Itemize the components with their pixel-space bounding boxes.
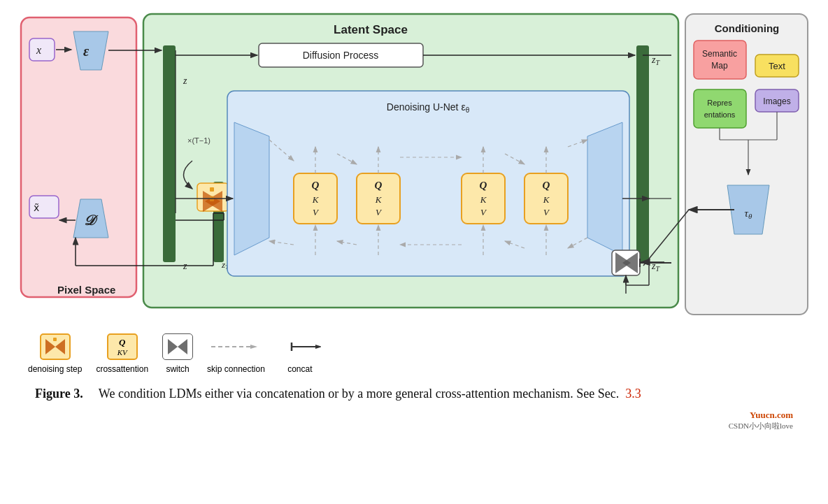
svg-text:x̃: x̃ bbox=[34, 203, 39, 213]
svg-marker-35 bbox=[587, 122, 622, 255]
svg-text:K: K bbox=[480, 194, 487, 205]
svg-text:z: z bbox=[183, 75, 187, 86]
legend-crossattention: Q KV crossattention bbox=[96, 333, 148, 374]
svg-text:×(T−1): ×(T−1) bbox=[187, 136, 210, 145]
legend-switch-label: switch bbox=[166, 364, 189, 374]
main-container: Pixel Space x ε x̃ 𝒟 Latent Space Diffus… bbox=[0, 0, 828, 438]
legend-area: denoising step Q KV crossattention switc… bbox=[28, 333, 800, 374]
caption-text: We condition LDMs either via concatenati… bbox=[99, 387, 619, 401]
svg-rect-2 bbox=[29, 38, 55, 61]
svg-marker-124 bbox=[315, 345, 321, 349]
svg-text:K: K bbox=[375, 194, 383, 205]
svg-text:K: K bbox=[312, 194, 320, 205]
svg-marker-116 bbox=[45, 339, 55, 354]
svg-rect-78 bbox=[694, 41, 746, 79]
watermarks: Yuucn.com CSDN小小向啦love bbox=[14, 410, 814, 431]
svg-rect-16 bbox=[636, 45, 649, 262]
svg-marker-119 bbox=[168, 339, 178, 354]
svg-text:Repres: Repres bbox=[707, 99, 732, 107]
legend-skip-label: skip connection bbox=[207, 364, 265, 374]
svg-rect-118 bbox=[53, 338, 57, 341]
svg-text:x: x bbox=[36, 44, 41, 56]
svg-rect-32 bbox=[227, 91, 629, 276]
svg-text:Q: Q bbox=[543, 180, 550, 191]
figure-number: Figure 3. bbox=[35, 387, 83, 401]
svg-text:Latent Space: Latent Space bbox=[334, 23, 408, 36]
legend-switch: switch bbox=[162, 333, 193, 374]
legend-concat-label: concat bbox=[287, 364, 312, 374]
svg-rect-83 bbox=[694, 89, 746, 128]
svg-text:Pixel Space: Pixel Space bbox=[57, 284, 115, 296]
watermark-csdn: CSDN小小向啦love bbox=[14, 421, 793, 431]
svg-marker-122 bbox=[250, 345, 257, 349]
svg-text:ε: ε bbox=[83, 43, 90, 59]
svg-text:Map: Map bbox=[711, 61, 728, 71]
figure-caption: Figure 3. We condition LDMs either via c… bbox=[14, 378, 814, 410]
svg-text:Denoising U-Net εθ: Denoising U-Net εθ bbox=[387, 101, 470, 114]
svg-text:Text: Text bbox=[769, 61, 785, 71]
svg-text:entations: entations bbox=[704, 110, 736, 119]
svg-rect-14 bbox=[163, 45, 176, 262]
svg-marker-120 bbox=[178, 339, 187, 354]
svg-marker-117 bbox=[55, 339, 65, 354]
svg-text:Q: Q bbox=[312, 180, 320, 191]
svg-text:Diffusion Process: Diffusion Process bbox=[303, 50, 379, 61]
diagram-svg: Pixel Space x ε x̃ 𝒟 Latent Space Diffus… bbox=[14, 7, 814, 325]
svg-text:Semantic: Semantic bbox=[702, 49, 737, 59]
legend-concat: concat bbox=[279, 333, 321, 374]
svg-rect-30 bbox=[210, 187, 214, 192]
legend-denoising-label: denoising step bbox=[28, 364, 82, 374]
svg-text:K: K bbox=[543, 194, 550, 205]
svg-text:Q: Q bbox=[375, 180, 383, 191]
svg-text:Conditioning: Conditioning bbox=[715, 22, 779, 34]
svg-text:Q: Q bbox=[480, 180, 487, 191]
caption-ref: 3.3 bbox=[625, 387, 641, 401]
legend-denoising: denoising step bbox=[28, 333, 82, 374]
legend-crossattention-label: crossattention bbox=[96, 364, 148, 374]
watermark-yuucn: Yuucn.com bbox=[14, 410, 793, 421]
legend-skip-connection: skip connection bbox=[207, 333, 265, 374]
svg-marker-34 bbox=[234, 122, 269, 255]
svg-text:Images: Images bbox=[763, 96, 790, 106]
